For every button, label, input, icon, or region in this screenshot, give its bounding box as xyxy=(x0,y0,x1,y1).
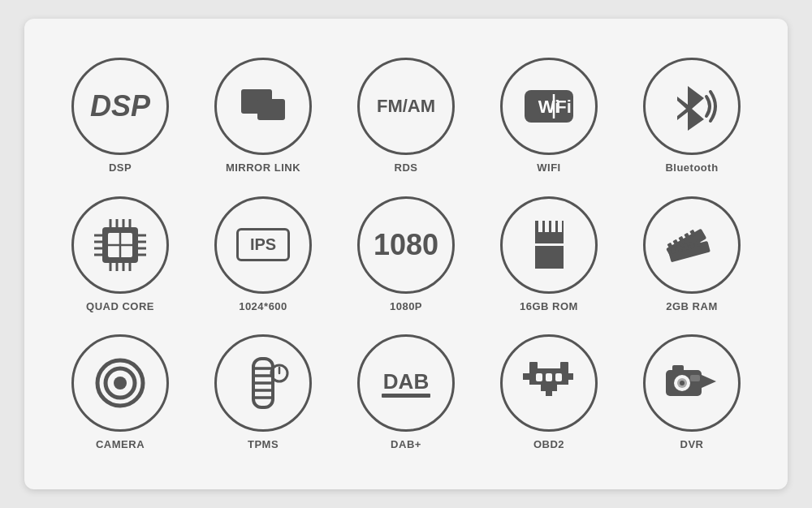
feature-card: DSP DSP MIRROR LINK FM/AM RDS xyxy=(24,19,788,489)
dsp-item: DSP DSP xyxy=(55,58,185,174)
dsp-label: DSP xyxy=(109,161,132,174)
ips-icon: IPS xyxy=(236,228,290,261)
svg-rect-58 xyxy=(546,373,552,381)
dab-circle: DAB xyxy=(357,334,455,432)
camera-label: CAMERA xyxy=(96,438,145,450)
svg-rect-61 xyxy=(560,362,568,370)
svg-rect-27 xyxy=(538,221,542,232)
bluetooth-circle xyxy=(643,58,741,155)
quad-core-circle xyxy=(71,196,169,294)
mirror-link-label: MIRROR LINK xyxy=(226,161,300,174)
rom-label: 16GB ROM xyxy=(520,300,578,312)
wifi-label: WIFI xyxy=(537,161,560,174)
bluetooth-item: Bluetooth xyxy=(627,58,757,174)
bluetooth-label: Bluetooth xyxy=(665,161,718,174)
obd2-circle xyxy=(500,334,598,432)
camera-item: CAMERA xyxy=(55,334,185,450)
row-3: CAMERA TPMS xyxy=(49,334,763,450)
tpms-icon xyxy=(231,351,296,415)
1080p-label: 1080P xyxy=(390,300,422,312)
engine-icon xyxy=(516,351,581,415)
ram-item: 2GB RAM xyxy=(627,196,757,312)
mirror-link-icon xyxy=(235,78,292,135)
svg-rect-30 xyxy=(558,221,562,232)
dsp-icon: DSP xyxy=(90,89,150,123)
dsp-circle: DSP xyxy=(71,58,169,155)
dvr-item: DVR xyxy=(627,334,757,450)
row-1: DSP DSP MIRROR LINK FM/AM RDS xyxy=(49,58,763,174)
wifi-circle: Wi Fi xyxy=(500,58,598,155)
1080p-icon: 1080 xyxy=(374,228,438,262)
wifi-icon: Wi Fi xyxy=(516,74,581,139)
mirror-link-circle xyxy=(214,58,312,155)
quad-core-label: QUAD CORE xyxy=(86,300,154,312)
svg-point-46 xyxy=(114,377,127,390)
rds-icon: FM/AM xyxy=(377,96,435,117)
ips-circle: IPS xyxy=(214,196,312,294)
svg-point-65 xyxy=(680,381,685,385)
dvr-icon xyxy=(659,351,724,415)
tpms-label: TPMS xyxy=(248,438,279,450)
quad-core-icon xyxy=(88,213,153,278)
ips-item: IPS 1024*600 xyxy=(198,196,328,312)
rds-item: FM/AM RDS xyxy=(341,58,471,174)
rom-circle xyxy=(500,196,598,294)
obd2-item: OBD2 xyxy=(484,334,614,450)
svg-rect-31 xyxy=(535,243,564,246)
tpms-item: TPMS xyxy=(198,334,328,450)
rds-label: RDS xyxy=(395,161,418,174)
svg-rect-56 xyxy=(382,394,430,398)
ram-icon xyxy=(659,213,724,278)
svg-rect-59 xyxy=(555,373,562,381)
1080p-item: 1080 1080P xyxy=(341,196,471,312)
sd-card-icon xyxy=(519,214,580,275)
svg-rect-57 xyxy=(536,373,542,381)
dvr-circle xyxy=(643,334,741,432)
rds-circle: FM/AM xyxy=(357,58,455,155)
svg-rect-66 xyxy=(672,365,684,372)
rom-item: 16GB ROM xyxy=(484,196,614,312)
camera-circle xyxy=(71,334,169,432)
ram-circle xyxy=(643,196,741,294)
dvr-label: DVR xyxy=(680,438,704,450)
svg-text:DAB: DAB xyxy=(383,369,429,394)
bluetooth-icon xyxy=(659,74,724,139)
wifi-item: Wi Fi WIFI xyxy=(484,58,614,174)
mirror-link-item: MIRROR LINK xyxy=(198,58,328,174)
svg-rect-67 xyxy=(690,375,700,381)
dab-item: DAB DAB+ xyxy=(341,334,471,450)
1080p-circle: 1080 xyxy=(357,196,455,294)
dab-label: DAB+ xyxy=(391,438,421,450)
camera-icon xyxy=(88,351,153,415)
tpms-circle xyxy=(214,334,312,432)
svg-marker-68 xyxy=(702,375,716,388)
row-2: QUAD CORE IPS 1024*600 1080 1080P xyxy=(49,196,763,312)
obd2-label: OBD2 xyxy=(533,438,564,450)
svg-rect-60 xyxy=(529,362,538,370)
svg-rect-29 xyxy=(551,221,555,232)
svg-text:Fi: Fi xyxy=(555,97,572,117)
ram-label: 2GB RAM xyxy=(666,300,717,312)
dab-icon: DAB xyxy=(378,363,434,403)
ips-label: 1024*600 xyxy=(239,300,287,312)
svg-rect-28 xyxy=(545,221,549,232)
quad-core-item: QUAD CORE xyxy=(55,196,185,312)
svg-rect-1 xyxy=(257,99,285,120)
